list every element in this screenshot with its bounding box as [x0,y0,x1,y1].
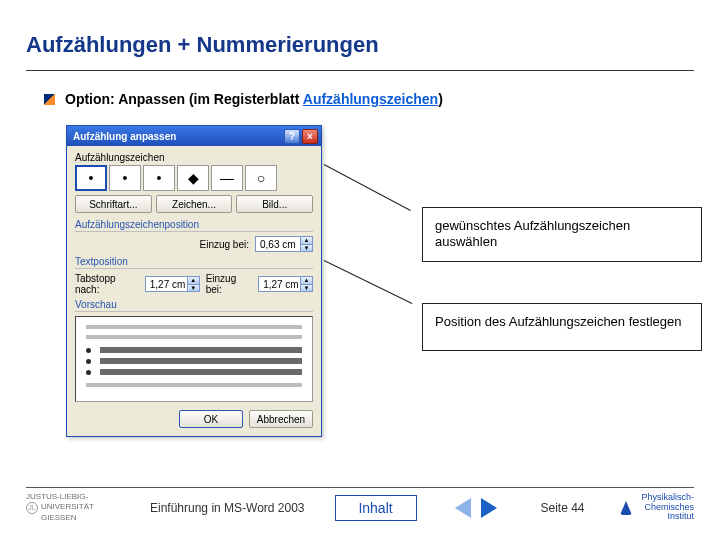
spin-down-icon[interactable]: ▼ [301,285,312,292]
indent-at-label: Einzug bei: [200,239,249,250]
ok-button[interactable]: OK [179,410,243,428]
label-preview: Vorschau [75,299,313,312]
callout-set-position: Position des Aufzählungszeichen festlege… [422,303,702,351]
page-number: Seite 44 [540,501,620,515]
bullet-line: Option: Anpassen (im Registerblatt Aufzä… [44,91,694,107]
indent2-label: Einzug bei: [206,273,253,295]
label-bullet-position: Aufzählungszeichenposition [75,219,313,232]
footer-rule [26,487,694,488]
course-title: Einführung in MS-Word 2003 [150,501,305,515]
bullet-link[interactable]: Aufzählungszeichen [303,91,438,107]
indent2-input[interactable]: 1,27 cm ▲▼ [258,276,313,292]
institute-logo: Physikalisch- Chemisches Institut [620,493,694,521]
flask-icon [620,501,632,515]
cancel-button[interactable]: Abbrechen [249,410,313,428]
callout-select-bullet: gewünschtes Aufzählungszeichen auswählen [422,207,702,262]
tab-after-input[interactable]: 1,27 cm ▲▼ [145,276,200,292]
indent-at-input[interactable]: 0,63 cm ▲▼ [255,236,313,252]
bullet-option[interactable]: ◆ [177,165,209,191]
slide-footer: JUSTUS-LIEBIG- JLUNIVERSITÄT GIESSEN Ein… [0,493,720,522]
next-slide-icon[interactable] [481,498,497,518]
callout-leader [324,164,411,211]
dialog-titlebar: Aufzählung anpassen ? × [67,126,321,146]
indent2-value: 1,27 cm [263,279,299,290]
spin-up-icon[interactable]: ▲ [301,277,312,285]
bullet-option[interactable]: • [75,165,107,191]
spin-up-icon[interactable]: ▲ [188,277,199,285]
character-button[interactable]: Zeichen... [156,195,233,213]
tab-after-label: Tabstopp nach: [75,273,139,295]
pci-line3: Institut [667,511,694,521]
bullet-option[interactable]: — [211,165,243,191]
close-icon[interactable]: × [302,129,318,144]
tab-after-value: 1,27 cm [150,279,186,290]
preview-box [75,316,313,402]
bullet-option[interactable]: ○ [245,165,277,191]
uni-line1: JUSTUS-LIEBIG- [26,493,110,501]
indent-at-value: 0,63 cm [260,239,296,250]
dialog-title: Aufzählung anpassen [73,131,282,142]
bullet-text: Option: Anpassen (im Registerblatt Aufzä… [65,91,443,107]
bullet-prefix: Option: Anpassen (im Registerblatt [65,91,303,107]
bullet-select-grid: • • • ◆ — ○ [75,165,313,191]
bullet-suffix: ) [438,91,443,107]
uni-line2: UNIVERSITÄT [41,503,94,511]
slide-title: Aufzählungen + Nummerierungen [0,0,720,70]
callout-leader [324,260,413,304]
spin-up-icon[interactable]: ▲ [301,237,312,245]
dialog-customize-bullets: Aufzählung anpassen ? × Aufzählungszeich… [66,125,322,437]
spin-down-icon[interactable]: ▼ [301,245,312,252]
list-bullet-icon [44,94,55,105]
seal-icon: JL [26,502,38,514]
toc-button[interactable]: Inhalt [335,495,417,521]
uni-line3: GIESSEN [26,514,110,522]
bullet-option[interactable]: • [143,165,175,191]
slide-body: Option: Anpassen (im Registerblatt Aufzä… [0,71,720,455]
picture-button[interactable]: Bild... [236,195,313,213]
label-bullet-section: Aufzählungszeichen [75,152,313,163]
bullet-option[interactable]: • [109,165,141,191]
help-icon[interactable]: ? [284,129,300,144]
spin-down-icon[interactable]: ▼ [188,285,199,292]
university-logo: JUSTUS-LIEBIG- JLUNIVERSITÄT GIESSEN [26,493,110,522]
label-text-position: Textposition [75,256,313,269]
prev-slide-icon[interactable] [455,498,471,518]
font-button[interactable]: Schriftart... [75,195,152,213]
